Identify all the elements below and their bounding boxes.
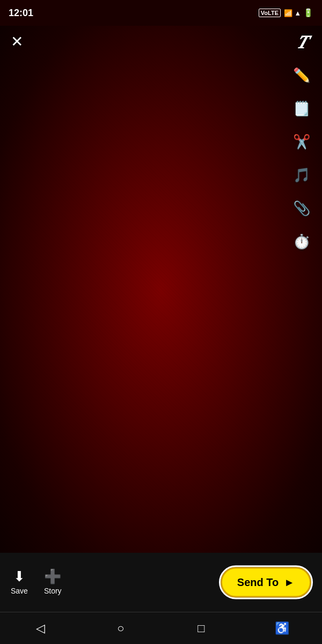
close-icon: ✕ [11,33,23,50]
close-button[interactable]: ✕ [11,34,23,49]
text-tool-button[interactable]: 𝑇 [291,31,312,53]
scissors-icon: ✂️ [293,135,310,149]
story-label: Story [44,587,62,595]
send-to-label: Send To [237,576,279,589]
draw-icon: ✏️ [293,68,310,82]
screen: 12:01 VoLTE 📶 ▴ 🔋 ✕ 𝑇 ✏️ 🗒️ ✂️ [0,0,322,644]
right-toolbar: 𝑇 ✏️ 🗒️ ✂️ 🎵 📎 ⏱️ [291,31,312,252]
save-label: Save [11,587,28,595]
status-bar: 12:01 VoLTE 📶 ▴ 🔋 [0,0,322,26]
scissors-tool-button[interactable]: ✂️ [291,131,312,152]
back-icon: ◁ [36,621,45,635]
main-canvas: ✕ 𝑇 ✏️ 🗒️ ✂️ 🎵 📎 ⏱️ [0,26,322,553]
signal-icon: ▴ [296,8,300,18]
sticker-tool-button[interactable]: 🗒️ [291,98,312,119]
status-time: 12:01 [9,8,33,19]
text-icon: 𝑇 [297,33,307,51]
home-icon: ○ [117,621,124,635]
send-to-button[interactable]: Send To ► [221,567,311,598]
sticker-icon: 🗒️ [293,101,310,115]
send-arrow-icon: ► [284,576,295,589]
timer-icon: ⏱️ [293,235,310,248]
nav-back-button[interactable]: ◁ [27,615,54,642]
battery-icon: 🔋 [303,8,313,18]
save-button[interactable]: ⬇ Save [11,569,28,595]
draw-tool-button[interactable]: ✏️ [291,64,312,86]
nav-accessibility-button[interactable]: ♿ [268,615,295,642]
nav-recents-button[interactable]: □ [188,615,215,642]
recents-icon: □ [197,621,204,635]
attach-icon: 📎 [293,201,310,215]
bottom-bar: ⬇ Save ➕ Story Send To ► [0,553,322,612]
story-button[interactable]: ➕ Story [44,569,62,595]
save-icon: ⬇ [13,569,25,583]
status-icons: VoLTE 📶 ▴ 🔋 [259,8,313,18]
wifi-icon: 📶 [284,9,292,17]
nav-bar: ◁ ○ □ ♿ [0,612,322,644]
timer-tool-button[interactable]: ⏱️ [291,231,312,252]
music-tool-button[interactable]: 🎵 [291,164,312,186]
nav-home-button[interactable]: ○ [107,615,134,642]
story-icon: ➕ [44,569,61,583]
accessibility-icon: ♿ [275,621,289,635]
music-icon: 🎵 [293,168,310,182]
attach-tool-button[interactable]: 📎 [291,197,312,219]
volte-icon: VoLTE [259,9,281,17]
